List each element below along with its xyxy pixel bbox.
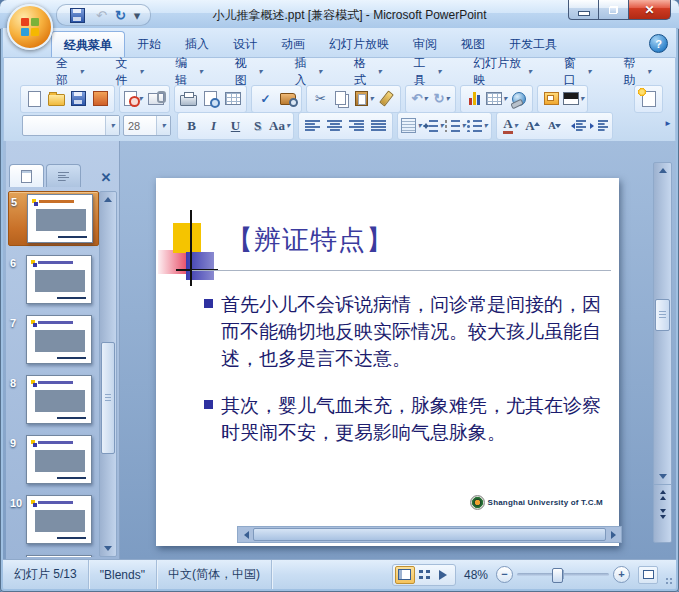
underline-button[interactable]: U (225, 115, 246, 136)
photo-album-button[interactable] (541, 88, 562, 109)
slide-thumbnail-10[interactable]: 10 (8, 493, 99, 546)
fit-to-window-button[interactable] (638, 566, 658, 584)
new-slide-button[interactable] (638, 88, 659, 109)
paragraph-button[interactable]: ▾ (401, 115, 422, 136)
scroll-down-button[interactable] (100, 542, 116, 556)
hyperlink-button[interactable] (508, 88, 529, 109)
zoom-out-button[interactable]: − (496, 566, 513, 583)
slideshow-view-button[interactable] (435, 567, 453, 583)
vertical-scrollbar[interactable] (653, 162, 672, 543)
change-case-button[interactable]: Aa▾ (269, 115, 290, 136)
decrease-indent-button[interactable] (566, 115, 587, 136)
numbered-list-button[interactable]: ▾ (445, 115, 466, 136)
slide-thumbnail-8[interactable]: 8 (8, 373, 99, 426)
undo-button[interactable]: ↶ (96, 9, 107, 22)
zoom-level[interactable]: 48% (464, 568, 488, 582)
tab-outline[interactable] (46, 164, 81, 187)
slide-bullet-2[interactable]: 其次，婴儿气血未充，脉象难凭，尤其在诊察时哭闹不安，更易影响气息脉象。 (204, 392, 613, 446)
shrink-font-button[interactable]: A (544, 115, 565, 136)
next-slide-button[interactable] (654, 505, 671, 524)
undo-button-2[interactable]: ↶▾ (409, 88, 430, 109)
italic-button[interactable]: I (203, 115, 224, 136)
slide-thumbnail-6[interactable]: 6 (8, 253, 99, 306)
view-switcher (392, 564, 456, 586)
spelling-button[interactable]: ✓ (255, 88, 276, 109)
scroll-down-button[interactable] (654, 470, 671, 484)
justify-button[interactable] (368, 115, 389, 136)
slide-title[interactable]: 【辨证特点】 (226, 222, 394, 258)
save-button[interactable] (67, 5, 88, 26)
grow-font-button[interactable]: A (522, 115, 543, 136)
zoom-in-button[interactable]: + (613, 566, 630, 583)
save-button-2[interactable] (68, 88, 89, 109)
save-as-button[interactable] (90, 88, 111, 109)
title-underline (192, 270, 611, 271)
research-button[interactable] (277, 88, 298, 109)
close-button[interactable]: ✕ (628, 0, 671, 20)
bullet-list-button[interactable]: ▾ (467, 115, 488, 136)
format-painter-button[interactable] (376, 88, 397, 109)
help-button[interactable]: ? (649, 34, 668, 53)
office-button[interactable] (7, 4, 53, 50)
table-button[interactable] (222, 88, 243, 109)
slide-bullet-1[interactable]: 首先小儿不会诉说病情，问诊常是间接的，因而不能确切地反映实际情况。较大孩儿虽能自… (204, 291, 613, 372)
previous-slide-button[interactable] (654, 484, 671, 504)
slide-thumbnail-7[interactable]: 7 (8, 313, 99, 366)
bold-button[interactable]: B (181, 115, 202, 136)
slide-counter: 幻灯片 5/13 (3, 560, 89, 589)
slide-sorter-button[interactable] (416, 567, 434, 583)
align-left-button[interactable] (302, 115, 323, 136)
dropdown-arrow-icon: ▾ (369, 95, 373, 103)
text-shadow-button[interactable]: S (247, 115, 268, 136)
tab-slides-thumbnails[interactable] (9, 164, 44, 187)
redo-button-2[interactable]: ↻▾ (431, 88, 452, 109)
scrollbar-thumb[interactable] (101, 342, 115, 454)
scrollbar-thumb[interactable] (655, 299, 670, 331)
minimize-button[interactable] (568, 0, 599, 20)
font-size-select[interactable]: 28 ▾ (123, 115, 171, 136)
restore-button[interactable] (598, 0, 629, 20)
scroll-up-button[interactable] (100, 192, 116, 206)
open-button[interactable] (46, 88, 67, 109)
scrollbar-thumb[interactable] (253, 528, 606, 541)
panel-scrollbar[interactable] (99, 191, 117, 557)
ribbon-body: 全部▾ 文件▾ 编辑▾ 视图▾ 插入▾ 格式▾ 工具▾ 幻灯片放映▾ 窗口▾ 帮… (3, 57, 676, 143)
font-color-button[interactable]: A▾ (500, 115, 521, 136)
paste-button[interactable]: ▾ (354, 88, 375, 109)
zoom-slider-handle[interactable] (552, 568, 563, 583)
dropdown-arrow-icon: ▾ (483, 122, 487, 130)
new-button[interactable] (24, 88, 45, 109)
copy-button[interactable] (332, 88, 353, 109)
save-as-icon (93, 91, 108, 106)
increase-indent-button[interactable] (588, 115, 609, 136)
normal-view-button[interactable] (395, 566, 415, 584)
shape-style-button[interactable]: ▾ (563, 88, 584, 109)
print-preview-button[interactable] (200, 88, 221, 109)
line-spacing-button[interactable]: ▾ (423, 115, 444, 136)
scroll-up-button[interactable] (654, 163, 671, 177)
zoom-slider[interactable] (517, 573, 609, 576)
resize-grip[interactable] (662, 560, 676, 589)
attach-button[interactable] (145, 88, 166, 109)
slide-thumbnail-11[interactable]: 11 (8, 553, 99, 557)
print-button[interactable] (178, 88, 199, 109)
scroll-left-button[interactable] (238, 527, 253, 542)
horizontal-scrollbar[interactable] (237, 526, 622, 543)
slide-preview (27, 194, 93, 243)
align-center-button[interactable] (324, 115, 345, 136)
toolbar-overflow-button[interactable]: ► (664, 119, 672, 128)
slide-thumbnail-5[interactable]: 5 (8, 191, 99, 246)
slide-thumbnail-9[interactable]: 9 (8, 433, 99, 486)
insert-chart-button[interactable] (464, 88, 485, 109)
scroll-right-button[interactable] (606, 527, 621, 542)
align-right-button[interactable] (346, 115, 367, 136)
redo-button[interactable]: ↻ (115, 9, 126, 22)
permission-button[interactable]: ▾ (123, 88, 144, 109)
customize-qat-dropdown[interactable]: ▾ (134, 9, 141, 22)
cut-button[interactable]: ✂ (310, 88, 331, 109)
permission-icon (124, 91, 137, 106)
numbered-list-icon (445, 119, 460, 132)
font-name-select[interactable]: ▾ (22, 115, 120, 136)
close-panel-button[interactable]: ✕ (96, 167, 116, 187)
insert-table-button[interactable]: ▾ (486, 88, 507, 109)
